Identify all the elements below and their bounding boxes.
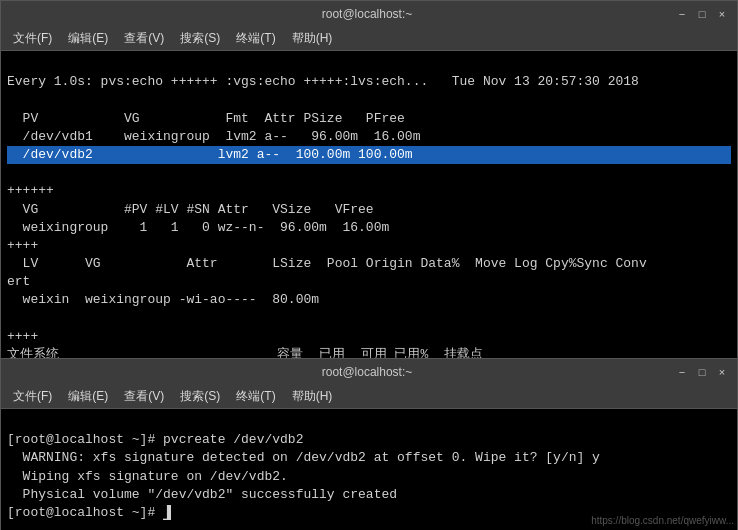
menu-view-top[interactable]: 查看(V) [116,28,172,49]
title-bar-top: root@localhost:~ − □ × [1,1,737,27]
close-btn-top[interactable]: × [715,7,729,21]
bottom-line-4: Physical volume "/dev/vdb2" successfully… [7,487,397,502]
window-controls-bottom[interactable]: − □ × [675,365,729,379]
line-3: PV VG Fmt Attr PSize PFree [7,111,405,126]
bottom-line-1: [root@localhost ~]# pvcreate /dev/vdb2 [7,432,303,447]
line-12: weixin weixingroup -wi-ao---- 80.00m [7,292,319,307]
minimize-btn-top[interactable]: − [675,7,689,21]
menu-bar-bottom: 文件(F) 编辑(E) 查看(V) 搜索(S) 终端(T) 帮助(H) [1,385,737,409]
window-controls-top[interactable]: − □ × [675,7,729,21]
menu-search-top[interactable]: 搜索(S) [172,28,228,49]
line-11: ert [7,274,30,289]
menu-help-top[interactable]: 帮助(H) [284,28,341,49]
title-bottom: root@localhost:~ [59,365,675,379]
bottom-line-5: [root@localhost ~]# ▌ [7,505,171,520]
line-4: /dev/vdb1 weixingroup lvm2 a-- 96.00m 16… [7,129,420,144]
line-8: weixingroup 1 1 0 wz--n- 96.00m 16.00m [7,220,389,235]
title-top: root@localhost:~ [59,7,675,21]
watermark: https://blog.csdn.net/qwefyiww... [591,515,734,526]
maximize-btn-top[interactable]: □ [695,7,709,21]
menu-edit-bottom[interactable]: 编辑(E) [60,386,116,407]
terminal-window-bottom[interactable]: root@localhost:~ − □ × 文件(F) 编辑(E) 查看(V)… [0,358,738,530]
menu-bar-top: 文件(F) 编辑(E) 查看(V) 搜索(S) 终端(T) 帮助(H) [1,27,737,51]
line-7: VG #PV #LV #SN Attr VSize VFree [7,202,374,217]
menu-view-bottom[interactable]: 查看(V) [116,386,172,407]
menu-terminal-top[interactable]: 终端(T) [228,28,283,49]
line-5-highlighted: /dev/vdb2 lvm2 a-- 100.00m 100.00m [7,146,731,164]
line-2 [7,92,15,107]
menu-file-top[interactable]: 文件(F) [5,28,60,49]
line-1: Every 1.0s: pvs:echo ++++++ :vgs:echo ++… [7,74,639,89]
menu-search-bottom[interactable]: 搜索(S) [172,386,228,407]
line-6: ++++++ [7,183,54,198]
menu-terminal-bottom[interactable]: 终端(T) [228,386,283,407]
bottom-line-3: Wiping xfs signature on /dev/vdb2. [7,469,288,484]
minimize-btn-bottom[interactable]: − [675,365,689,379]
line-14: ++++ [7,329,38,344]
line-9: ++++ [7,238,38,253]
title-bar-bottom: root@localhost:~ − □ × [1,359,737,385]
menu-help-bottom[interactable]: 帮助(H) [284,386,341,407]
terminal-content-bottom: [root@localhost ~]# pvcreate /dev/vdb2 W… [1,409,737,530]
line-10: LV VG Attr LSize Pool Origin Data% Move … [7,256,647,271]
menu-edit-top[interactable]: 编辑(E) [60,28,116,49]
bottom-line-2: WARNING: xfs signature detected on /dev/… [7,450,600,465]
maximize-btn-bottom[interactable]: □ [695,365,709,379]
close-btn-bottom[interactable]: × [715,365,729,379]
terminal-window-top[interactable]: root@localhost:~ − □ × 文件(F) 编辑(E) 查看(V)… [0,0,738,406]
menu-file-bottom[interactable]: 文件(F) [5,386,60,407]
terminal-content-top: Every 1.0s: pvs:echo ++++++ :vgs:echo ++… [1,51,737,405]
line-13 [7,311,15,326]
